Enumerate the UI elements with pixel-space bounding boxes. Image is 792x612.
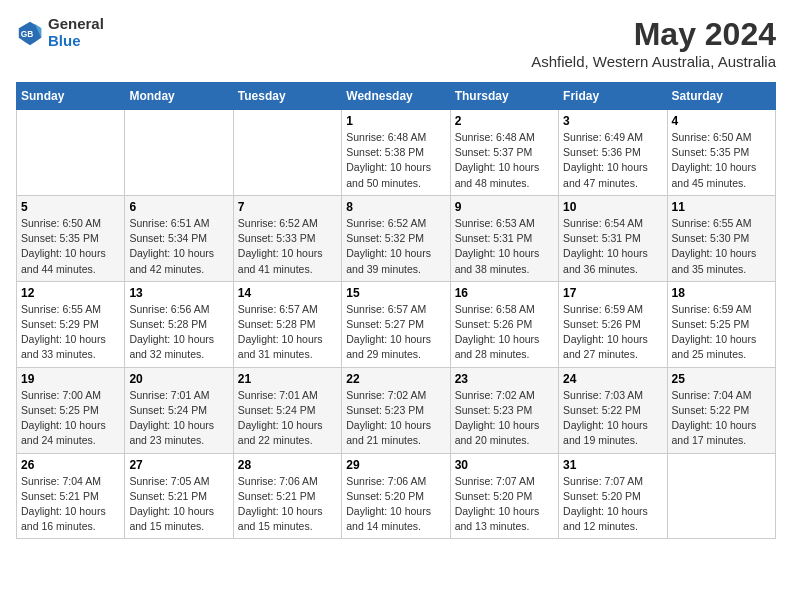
day-info: Sunrise: 6:53 AM Sunset: 5:31 PM Dayligh… (455, 216, 554, 277)
calendar-week-1: 1Sunrise: 6:48 AM Sunset: 5:38 PM Daylig… (17, 110, 776, 196)
day-info: Sunrise: 7:01 AM Sunset: 5:24 PM Dayligh… (238, 388, 337, 449)
calendar-week-3: 12Sunrise: 6:55 AM Sunset: 5:29 PM Dayli… (17, 281, 776, 367)
calendar-cell: 5Sunrise: 6:50 AM Sunset: 5:35 PM Daylig… (17, 195, 125, 281)
calendar-cell: 30Sunrise: 7:07 AM Sunset: 5:20 PM Dayli… (450, 453, 558, 539)
day-info: Sunrise: 7:06 AM Sunset: 5:21 PM Dayligh… (238, 474, 337, 535)
day-number: 6 (129, 200, 228, 214)
day-info: Sunrise: 6:55 AM Sunset: 5:30 PM Dayligh… (672, 216, 771, 277)
day-info: Sunrise: 6:50 AM Sunset: 5:35 PM Dayligh… (21, 216, 120, 277)
day-number: 20 (129, 372, 228, 386)
header-friday: Friday (559, 83, 667, 110)
day-number: 13 (129, 286, 228, 300)
calendar-cell: 22Sunrise: 7:02 AM Sunset: 5:23 PM Dayli… (342, 367, 450, 453)
svg-text:GB: GB (21, 28, 34, 38)
day-info: Sunrise: 7:02 AM Sunset: 5:23 PM Dayligh… (346, 388, 445, 449)
calendar-cell (233, 110, 341, 196)
logo: GB General Blue (16, 16, 104, 49)
day-info: Sunrise: 6:59 AM Sunset: 5:25 PM Dayligh… (672, 302, 771, 363)
day-number: 1 (346, 114, 445, 128)
day-number: 5 (21, 200, 120, 214)
day-info: Sunrise: 7:05 AM Sunset: 5:21 PM Dayligh… (129, 474, 228, 535)
header-monday: Monday (125, 83, 233, 110)
day-info: Sunrise: 7:02 AM Sunset: 5:23 PM Dayligh… (455, 388, 554, 449)
calendar-cell: 28Sunrise: 7:06 AM Sunset: 5:21 PM Dayli… (233, 453, 341, 539)
calendar-cell: 27Sunrise: 7:05 AM Sunset: 5:21 PM Dayli… (125, 453, 233, 539)
day-number: 29 (346, 458, 445, 472)
calendar-cell: 29Sunrise: 7:06 AM Sunset: 5:20 PM Dayli… (342, 453, 450, 539)
day-info: Sunrise: 7:07 AM Sunset: 5:20 PM Dayligh… (563, 474, 662, 535)
day-info: Sunrise: 6:57 AM Sunset: 5:28 PM Dayligh… (238, 302, 337, 363)
calendar-week-4: 19Sunrise: 7:00 AM Sunset: 5:25 PM Dayli… (17, 367, 776, 453)
calendar-cell: 13Sunrise: 6:56 AM Sunset: 5:28 PM Dayli… (125, 281, 233, 367)
calendar-cell: 1Sunrise: 6:48 AM Sunset: 5:38 PM Daylig… (342, 110, 450, 196)
day-number: 23 (455, 372, 554, 386)
day-info: Sunrise: 6:48 AM Sunset: 5:38 PM Dayligh… (346, 130, 445, 191)
day-info: Sunrise: 6:48 AM Sunset: 5:37 PM Dayligh… (455, 130, 554, 191)
day-info: Sunrise: 6:49 AM Sunset: 5:36 PM Dayligh… (563, 130, 662, 191)
logo-icon: GB (16, 19, 44, 47)
calendar-cell: 4Sunrise: 6:50 AM Sunset: 5:35 PM Daylig… (667, 110, 775, 196)
logo-line2: Blue (48, 33, 104, 50)
calendar-body: 1Sunrise: 6:48 AM Sunset: 5:38 PM Daylig… (17, 110, 776, 539)
day-number: 12 (21, 286, 120, 300)
calendar-cell: 11Sunrise: 6:55 AM Sunset: 5:30 PM Dayli… (667, 195, 775, 281)
calendar-cell: 2Sunrise: 6:48 AM Sunset: 5:37 PM Daylig… (450, 110, 558, 196)
day-number: 14 (238, 286, 337, 300)
day-info: Sunrise: 6:50 AM Sunset: 5:35 PM Dayligh… (672, 130, 771, 191)
header-saturday: Saturday (667, 83, 775, 110)
calendar-cell: 14Sunrise: 6:57 AM Sunset: 5:28 PM Dayli… (233, 281, 341, 367)
header-row: SundayMondayTuesdayWednesdayThursdayFrid… (17, 83, 776, 110)
day-info: Sunrise: 7:07 AM Sunset: 5:20 PM Dayligh… (455, 474, 554, 535)
day-number: 16 (455, 286, 554, 300)
calendar-cell: 7Sunrise: 6:52 AM Sunset: 5:33 PM Daylig… (233, 195, 341, 281)
day-info: Sunrise: 6:51 AM Sunset: 5:34 PM Dayligh… (129, 216, 228, 277)
page-subtitle: Ashfield, Western Australia, Australia (531, 53, 776, 70)
calendar-cell: 31Sunrise: 7:07 AM Sunset: 5:20 PM Dayli… (559, 453, 667, 539)
day-number: 2 (455, 114, 554, 128)
calendar-cell: 25Sunrise: 7:04 AM Sunset: 5:22 PM Dayli… (667, 367, 775, 453)
title-block: May 2024 Ashfield, Western Australia, Au… (531, 16, 776, 70)
page-title: May 2024 (531, 16, 776, 53)
calendar-cell (17, 110, 125, 196)
day-number: 9 (455, 200, 554, 214)
calendar-cell: 10Sunrise: 6:54 AM Sunset: 5:31 PM Dayli… (559, 195, 667, 281)
day-number: 17 (563, 286, 662, 300)
day-number: 18 (672, 286, 771, 300)
day-number: 19 (21, 372, 120, 386)
calendar-cell (125, 110, 233, 196)
day-number: 10 (563, 200, 662, 214)
calendar-cell (667, 453, 775, 539)
calendar-cell: 18Sunrise: 6:59 AM Sunset: 5:25 PM Dayli… (667, 281, 775, 367)
calendar-cell: 12Sunrise: 6:55 AM Sunset: 5:29 PM Dayli… (17, 281, 125, 367)
calendar-cell: 16Sunrise: 6:58 AM Sunset: 5:26 PM Dayli… (450, 281, 558, 367)
logo-text: General Blue (48, 16, 104, 49)
calendar-cell: 15Sunrise: 6:57 AM Sunset: 5:27 PM Dayli… (342, 281, 450, 367)
day-number: 31 (563, 458, 662, 472)
day-number: 8 (346, 200, 445, 214)
calendar-cell: 23Sunrise: 7:02 AM Sunset: 5:23 PM Dayli… (450, 367, 558, 453)
day-number: 15 (346, 286, 445, 300)
calendar-cell: 9Sunrise: 6:53 AM Sunset: 5:31 PM Daylig… (450, 195, 558, 281)
day-number: 22 (346, 372, 445, 386)
day-info: Sunrise: 6:55 AM Sunset: 5:29 PM Dayligh… (21, 302, 120, 363)
calendar-cell: 8Sunrise: 6:52 AM Sunset: 5:32 PM Daylig… (342, 195, 450, 281)
day-number: 11 (672, 200, 771, 214)
calendar-cell: 21Sunrise: 7:01 AM Sunset: 5:24 PM Dayli… (233, 367, 341, 453)
header-wednesday: Wednesday (342, 83, 450, 110)
day-number: 24 (563, 372, 662, 386)
day-info: Sunrise: 6:52 AM Sunset: 5:33 PM Dayligh… (238, 216, 337, 277)
day-info: Sunrise: 6:54 AM Sunset: 5:31 PM Dayligh… (563, 216, 662, 277)
day-info: Sunrise: 7:00 AM Sunset: 5:25 PM Dayligh… (21, 388, 120, 449)
day-info: Sunrise: 6:59 AM Sunset: 5:26 PM Dayligh… (563, 302, 662, 363)
calendar-header: SundayMondayTuesdayWednesdayThursdayFrid… (17, 83, 776, 110)
day-number: 26 (21, 458, 120, 472)
day-number: 27 (129, 458, 228, 472)
day-number: 28 (238, 458, 337, 472)
day-number: 3 (563, 114, 662, 128)
day-info: Sunrise: 7:06 AM Sunset: 5:20 PM Dayligh… (346, 474, 445, 535)
day-info: Sunrise: 7:03 AM Sunset: 5:22 PM Dayligh… (563, 388, 662, 449)
day-info: Sunrise: 6:56 AM Sunset: 5:28 PM Dayligh… (129, 302, 228, 363)
page-header: GB General Blue May 2024 Ashfield, Weste… (16, 16, 776, 70)
calendar-cell: 17Sunrise: 6:59 AM Sunset: 5:26 PM Dayli… (559, 281, 667, 367)
calendar-cell: 3Sunrise: 6:49 AM Sunset: 5:36 PM Daylig… (559, 110, 667, 196)
